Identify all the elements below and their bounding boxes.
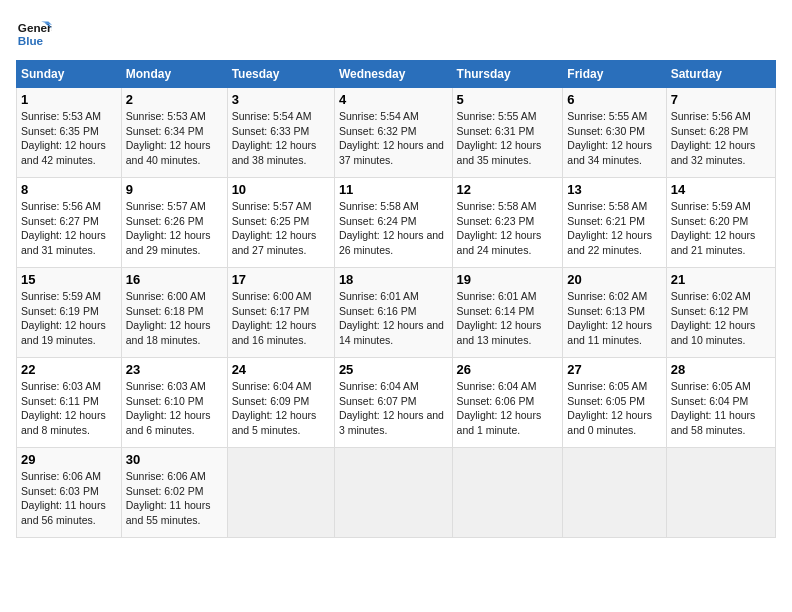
day-detail: Sunrise: 5:58 AMSunset: 6:21 PMDaylight:… — [567, 199, 661, 258]
day-detail: Sunrise: 6:04 AMSunset: 6:06 PMDaylight:… — [457, 379, 559, 438]
calendar-cell: 1 Sunrise: 5:53 AMSunset: 6:35 PMDayligh… — [17, 88, 122, 178]
day-number: 13 — [567, 182, 661, 197]
page-header: General Blue — [16, 16, 776, 52]
day-number: 5 — [457, 92, 559, 107]
calendar-cell: 3 Sunrise: 5:54 AMSunset: 6:33 PMDayligh… — [227, 88, 334, 178]
calendar-cell — [334, 448, 452, 538]
calendar-header-row: SundayMondayTuesdayWednesdayThursdayFrid… — [17, 61, 776, 88]
calendar-cell: 10 Sunrise: 5:57 AMSunset: 6:25 PMDaylig… — [227, 178, 334, 268]
calendar-cell: 24 Sunrise: 6:04 AMSunset: 6:09 PMDaylig… — [227, 358, 334, 448]
day-number: 29 — [21, 452, 117, 467]
day-detail: Sunrise: 6:05 AMSunset: 6:04 PMDaylight:… — [671, 379, 771, 438]
day-number: 9 — [126, 182, 223, 197]
day-detail: Sunrise: 5:56 AMSunset: 6:27 PMDaylight:… — [21, 199, 117, 258]
day-detail: Sunrise: 5:57 AMSunset: 6:25 PMDaylight:… — [232, 199, 330, 258]
svg-text:Blue: Blue — [18, 34, 44, 47]
calendar-cell: 21 Sunrise: 6:02 AMSunset: 6:12 PMDaylig… — [666, 268, 775, 358]
day-number: 15 — [21, 272, 117, 287]
calendar-cell: 27 Sunrise: 6:05 AMSunset: 6:05 PMDaylig… — [563, 358, 666, 448]
day-number: 19 — [457, 272, 559, 287]
calendar-cell: 25 Sunrise: 6:04 AMSunset: 6:07 PMDaylig… — [334, 358, 452, 448]
day-number: 26 — [457, 362, 559, 377]
calendar-week-2: 8 Sunrise: 5:56 AMSunset: 6:27 PMDayligh… — [17, 178, 776, 268]
calendar-cell: 17 Sunrise: 6:00 AMSunset: 6:17 PMDaylig… — [227, 268, 334, 358]
calendar-table: SundayMondayTuesdayWednesdayThursdayFrid… — [16, 60, 776, 538]
calendar-cell: 6 Sunrise: 5:55 AMSunset: 6:30 PMDayligh… — [563, 88, 666, 178]
day-detail: Sunrise: 6:00 AMSunset: 6:18 PMDaylight:… — [126, 289, 223, 348]
calendar-cell: 20 Sunrise: 6:02 AMSunset: 6:13 PMDaylig… — [563, 268, 666, 358]
day-detail: Sunrise: 6:06 AMSunset: 6:03 PMDaylight:… — [21, 469, 117, 528]
calendar-cell: 7 Sunrise: 5:56 AMSunset: 6:28 PMDayligh… — [666, 88, 775, 178]
calendar-cell: 12 Sunrise: 5:58 AMSunset: 6:23 PMDaylig… — [452, 178, 563, 268]
day-number: 27 — [567, 362, 661, 377]
calendar-cell: 9 Sunrise: 5:57 AMSunset: 6:26 PMDayligh… — [121, 178, 227, 268]
calendar-cell: 13 Sunrise: 5:58 AMSunset: 6:21 PMDaylig… — [563, 178, 666, 268]
col-header-saturday: Saturday — [666, 61, 775, 88]
day-number: 30 — [126, 452, 223, 467]
col-header-friday: Friday — [563, 61, 666, 88]
day-detail: Sunrise: 6:06 AMSunset: 6:02 PMDaylight:… — [126, 469, 223, 528]
day-number: 10 — [232, 182, 330, 197]
day-detail: Sunrise: 5:58 AMSunset: 6:23 PMDaylight:… — [457, 199, 559, 258]
calendar-cell: 28 Sunrise: 6:05 AMSunset: 6:04 PMDaylig… — [666, 358, 775, 448]
calendar-cell: 30 Sunrise: 6:06 AMSunset: 6:02 PMDaylig… — [121, 448, 227, 538]
day-number: 12 — [457, 182, 559, 197]
day-detail: Sunrise: 5:54 AMSunset: 6:32 PMDaylight:… — [339, 109, 448, 168]
col-header-tuesday: Tuesday — [227, 61, 334, 88]
day-number: 1 — [21, 92, 117, 107]
calendar-cell — [666, 448, 775, 538]
calendar-cell: 23 Sunrise: 6:03 AMSunset: 6:10 PMDaylig… — [121, 358, 227, 448]
col-header-sunday: Sunday — [17, 61, 122, 88]
day-detail: Sunrise: 6:02 AMSunset: 6:12 PMDaylight:… — [671, 289, 771, 348]
calendar-cell: 4 Sunrise: 5:54 AMSunset: 6:32 PMDayligh… — [334, 88, 452, 178]
calendar-week-5: 29 Sunrise: 6:06 AMSunset: 6:03 PMDaylig… — [17, 448, 776, 538]
calendar-cell: 11 Sunrise: 5:58 AMSunset: 6:24 PMDaylig… — [334, 178, 452, 268]
logo-icon: General Blue — [16, 16, 52, 52]
day-number: 3 — [232, 92, 330, 107]
day-detail: Sunrise: 6:04 AMSunset: 6:09 PMDaylight:… — [232, 379, 330, 438]
day-number: 7 — [671, 92, 771, 107]
day-number: 18 — [339, 272, 448, 287]
calendar-cell — [563, 448, 666, 538]
day-detail: Sunrise: 6:02 AMSunset: 6:13 PMDaylight:… — [567, 289, 661, 348]
calendar-cell — [227, 448, 334, 538]
day-number: 8 — [21, 182, 117, 197]
day-number: 6 — [567, 92, 661, 107]
day-detail: Sunrise: 6:03 AMSunset: 6:10 PMDaylight:… — [126, 379, 223, 438]
calendar-cell: 16 Sunrise: 6:00 AMSunset: 6:18 PMDaylig… — [121, 268, 227, 358]
col-header-thursday: Thursday — [452, 61, 563, 88]
calendar-cell: 18 Sunrise: 6:01 AMSunset: 6:16 PMDaylig… — [334, 268, 452, 358]
day-detail: Sunrise: 5:53 AMSunset: 6:34 PMDaylight:… — [126, 109, 223, 168]
day-number: 17 — [232, 272, 330, 287]
calendar-week-4: 22 Sunrise: 6:03 AMSunset: 6:11 PMDaylig… — [17, 358, 776, 448]
logo: General Blue — [16, 16, 56, 52]
day-number: 24 — [232, 362, 330, 377]
day-number: 4 — [339, 92, 448, 107]
calendar-cell: 19 Sunrise: 6:01 AMSunset: 6:14 PMDaylig… — [452, 268, 563, 358]
day-detail: Sunrise: 6:05 AMSunset: 6:05 PMDaylight:… — [567, 379, 661, 438]
calendar-cell: 15 Sunrise: 5:59 AMSunset: 6:19 PMDaylig… — [17, 268, 122, 358]
day-number: 16 — [126, 272, 223, 287]
day-detail: Sunrise: 5:57 AMSunset: 6:26 PMDaylight:… — [126, 199, 223, 258]
calendar-cell: 8 Sunrise: 5:56 AMSunset: 6:27 PMDayligh… — [17, 178, 122, 268]
day-detail: Sunrise: 5:59 AMSunset: 6:20 PMDaylight:… — [671, 199, 771, 258]
day-detail: Sunrise: 5:55 AMSunset: 6:31 PMDaylight:… — [457, 109, 559, 168]
calendar-cell: 14 Sunrise: 5:59 AMSunset: 6:20 PMDaylig… — [666, 178, 775, 268]
day-number: 23 — [126, 362, 223, 377]
calendar-cell: 5 Sunrise: 5:55 AMSunset: 6:31 PMDayligh… — [452, 88, 563, 178]
calendar-week-1: 1 Sunrise: 5:53 AMSunset: 6:35 PMDayligh… — [17, 88, 776, 178]
day-detail: Sunrise: 5:59 AMSunset: 6:19 PMDaylight:… — [21, 289, 117, 348]
col-header-wednesday: Wednesday — [334, 61, 452, 88]
day-detail: Sunrise: 6:01 AMSunset: 6:14 PMDaylight:… — [457, 289, 559, 348]
day-detail: Sunrise: 6:03 AMSunset: 6:11 PMDaylight:… — [21, 379, 117, 438]
calendar-cell: 29 Sunrise: 6:06 AMSunset: 6:03 PMDaylig… — [17, 448, 122, 538]
calendar-cell — [452, 448, 563, 538]
day-number: 14 — [671, 182, 771, 197]
day-detail: Sunrise: 6:04 AMSunset: 6:07 PMDaylight:… — [339, 379, 448, 438]
day-number: 25 — [339, 362, 448, 377]
calendar-cell: 2 Sunrise: 5:53 AMSunset: 6:34 PMDayligh… — [121, 88, 227, 178]
day-number: 20 — [567, 272, 661, 287]
calendar-cell: 22 Sunrise: 6:03 AMSunset: 6:11 PMDaylig… — [17, 358, 122, 448]
day-number: 21 — [671, 272, 771, 287]
day-detail: Sunrise: 6:01 AMSunset: 6:16 PMDaylight:… — [339, 289, 448, 348]
